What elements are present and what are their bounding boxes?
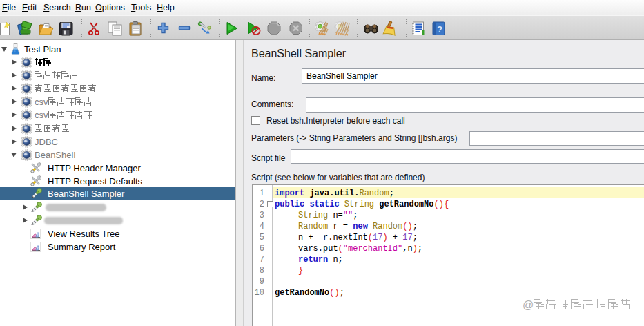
svg-text:?: ?: [437, 24, 442, 35]
